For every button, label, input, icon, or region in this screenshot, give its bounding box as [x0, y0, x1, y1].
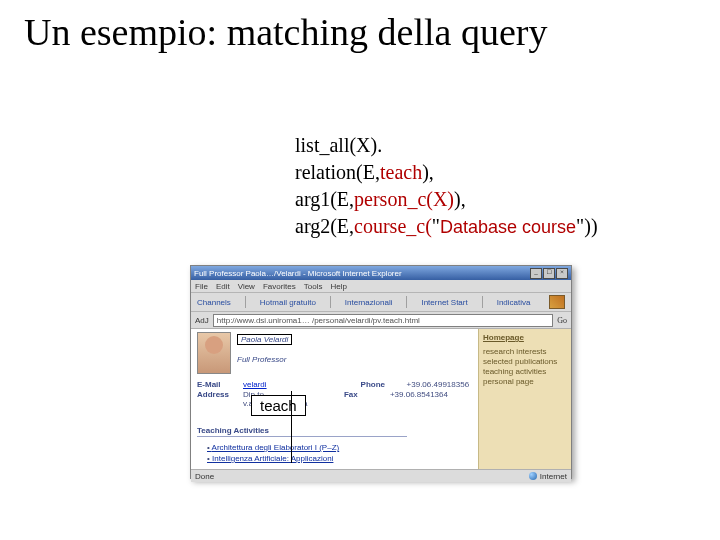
sidebar-heading[interactable]: Homepage	[483, 333, 567, 343]
ie-logo-icon	[549, 295, 565, 309]
internet-zone-icon	[529, 472, 537, 480]
toolbar-link[interactable]: Internet Start	[421, 298, 467, 307]
status-bar: Done Internet	[191, 470, 571, 482]
toolbar-link[interactable]: Indicativa	[497, 298, 531, 307]
fax-value: +39.06.8541364	[390, 390, 448, 399]
toolbar-link[interactable]: Hotmail gratuito	[260, 298, 316, 307]
menu-item[interactable]: View	[238, 282, 255, 291]
separator	[245, 296, 246, 308]
menu-item[interactable]: Tools	[304, 282, 323, 291]
separator	[406, 296, 407, 308]
window-title: Full Professor Paola…/Velardi - Microsof…	[194, 269, 402, 278]
go-button[interactable]: Go	[557, 316, 567, 325]
teach-annotation: teach	[251, 395, 306, 416]
menu-item[interactable]: Edit	[216, 282, 230, 291]
person-name: Paola Velardi	[237, 334, 292, 345]
address-bar: AdJ http://www.dsi.uniroma1… /personal/v…	[191, 312, 571, 329]
sidebar-link[interactable]: teaching activities	[483, 367, 567, 377]
address-label: Address	[197, 390, 237, 399]
slide-title: Un esempio: matching della query	[24, 12, 547, 54]
person-role: Full Professor	[237, 355, 292, 364]
browser-window: Full Professor Paola…/Velardi - Microsof…	[190, 265, 572, 479]
address-label: AdJ	[195, 316, 209, 325]
separator	[330, 296, 331, 308]
course-link[interactable]: Architettura degli Elaboratori I (P–Z)	[207, 443, 472, 452]
toolbar-link[interactable]: Internazionali	[345, 298, 393, 307]
maximize-icon[interactable]: □	[543, 268, 555, 279]
links-bar: Channels Hotmail gratuito Internazionali…	[191, 293, 571, 312]
profile-photo	[197, 332, 231, 374]
menu-item[interactable]: Favorites	[263, 282, 296, 291]
menu-item[interactable]: File	[195, 282, 208, 291]
close-icon[interactable]: ×	[556, 268, 568, 279]
phone-label: Phone	[361, 380, 401, 389]
course-link[interactable]: Intelligenza Artificiale: Applicazioni	[207, 454, 472, 463]
separator	[482, 296, 483, 308]
email-label: E-Mail	[197, 380, 237, 389]
annotation-line	[291, 391, 292, 463]
status-right: Internet	[540, 472, 567, 481]
status-left: Done	[195, 472, 214, 481]
sidebar: Homepage research interests selected pub…	[478, 329, 571, 469]
toolbar-link[interactable]: Channels	[197, 298, 231, 307]
email-link[interactable]: velardi	[243, 380, 267, 389]
title-bar: Full Professor Paola…/Velardi - Microsof…	[191, 266, 571, 280]
sidebar-link[interactable]: research interests	[483, 347, 567, 357]
minimize-icon[interactable]: _	[530, 268, 542, 279]
section-heading: Teaching Activities	[197, 426, 407, 437]
phone-value: +39.06.49918356	[407, 380, 470, 389]
fax-label: Fax	[344, 390, 384, 399]
url-field[interactable]: http://www.dsi.uniroma1… /personal/velar…	[213, 314, 553, 327]
sidebar-link[interactable]: personal page	[483, 377, 567, 387]
sidebar-link[interactable]: selected publications	[483, 357, 567, 367]
menu-item[interactable]: Help	[330, 282, 346, 291]
query-code: list_all(X). relation(E,teach), arg1(E,p…	[295, 132, 598, 240]
page-content: Paola Velardi Full Professor E-Mail vela…	[191, 329, 571, 470]
menu-bar: File Edit View Favorites Tools Help	[191, 280, 571, 293]
